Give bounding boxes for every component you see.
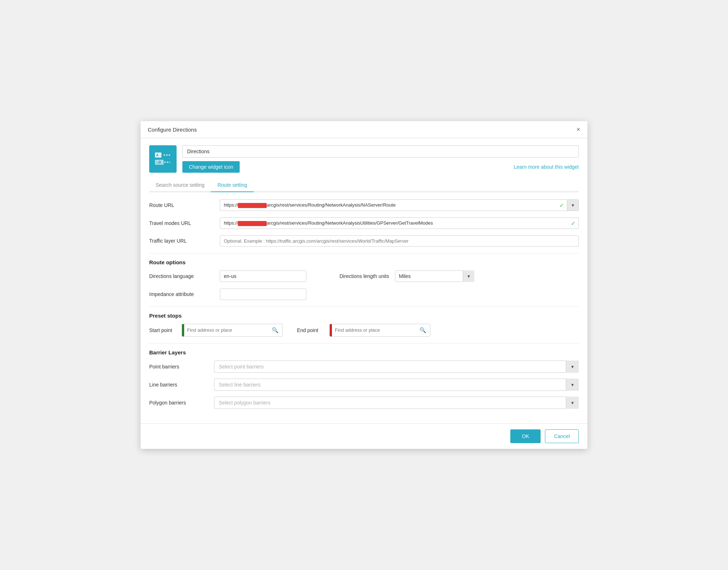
route-url-control: https://arcgis/rest/services/Routing/Net…	[220, 199, 579, 211]
end-point-item: End point 🔍	[297, 324, 430, 337]
impedance-attribute-control	[220, 288, 306, 300]
route-url-dropdown-button[interactable]: ▾	[567, 200, 578, 211]
tabs: Search source setting Route setting	[149, 178, 579, 192]
directions-icon: A→ --B	[154, 150, 172, 168]
line-barriers-label: Line barriers	[149, 382, 214, 388]
polygon-barriers-select[interactable]: Select polygon barriers	[214, 397, 579, 409]
directions-length-units-select[interactable]: Miles Kilometers	[395, 270, 474, 282]
directions-length-units-control: Miles Kilometers ▾	[395, 270, 474, 282]
end-point-label: End point	[297, 327, 326, 333]
preset-stops-title: Preset stops	[149, 313, 579, 319]
line-barriers-row: Line barriers Select line barriers ▾	[149, 379, 579, 391]
route-options-title: Route options	[149, 259, 579, 265]
widget-title-input[interactable]	[182, 145, 579, 158]
section-divider-3	[149, 343, 579, 344]
svg-text:A→: A→	[156, 153, 162, 157]
cancel-button[interactable]: Cancel	[545, 429, 579, 443]
travel-modes-url-control: https://arcgis/rest/services/Routing/Net…	[220, 217, 579, 229]
polygon-barriers-control: Select polygon barriers ▾	[214, 397, 579, 409]
travel-modes-url-row: Travel modes URL https://arcgis/rest/ser…	[149, 217, 579, 229]
language-and-units-row: Directions language Directions length un…	[149, 270, 579, 282]
end-point-search-box: 🔍	[329, 324, 430, 337]
polygon-barriers-row: Polygon barriers Select polygon barriers…	[149, 397, 579, 409]
traffic-layer-url-input[interactable]	[220, 235, 579, 247]
learn-more-link[interactable]: Learn more about this widget	[514, 164, 579, 170]
directions-language-control	[220, 270, 306, 282]
dialog-header: Configure Directions ×	[141, 121, 587, 138]
line-barriers-select[interactable]: Select line barriers	[214, 379, 579, 391]
directions-language-label: Directions language	[149, 273, 214, 279]
point-barriers-row: Point barriers Select point barriers ▾	[149, 361, 579, 373]
directions-length-units-label: Directions length units	[339, 273, 389, 279]
close-button[interactable]: ×	[576, 126, 580, 133]
top-right-section: Change widget icon Learn more about this…	[182, 145, 579, 173]
travel-modes-url-display: https://arcgis/rest/services/Routing/Net…	[220, 217, 579, 229]
section-divider	[149, 253, 579, 253]
route-url-check-icon: ✓	[556, 202, 567, 209]
travel-modes-url-text: https://arcgis/rest/services/Routing/Net…	[220, 218, 568, 229]
point-barriers-control: Select point barriers ▾	[214, 361, 579, 373]
configure-directions-dialog: Configure Directions × A→ --B Change wid…	[141, 121, 587, 449]
route-url-redacted	[238, 203, 267, 208]
travel-modes-url-label: Travel modes URL	[149, 220, 214, 226]
end-point-search-icon[interactable]: 🔍	[416, 324, 430, 336]
travel-modes-check-icon: ✓	[568, 220, 578, 227]
widget-icon: A→ --B	[149, 145, 177, 173]
dialog-footer: OK Cancel	[141, 423, 587, 449]
polygon-barriers-label: Polygon barriers	[149, 400, 214, 406]
preset-stops-row: Start point 🔍 End point 🔍	[149, 324, 579, 337]
start-point-input[interactable]	[184, 324, 268, 336]
travel-modes-url-redacted	[238, 221, 267, 226]
bottom-row: Change widget icon Learn more about this…	[182, 161, 579, 173]
dialog-body: A→ --B Change widget icon Learn more abo…	[141, 138, 587, 420]
tab-route-setting[interactable]: Route setting	[211, 178, 254, 192]
traffic-layer-url-label: Traffic layer URL	[149, 238, 214, 244]
end-point-input[interactable]	[332, 324, 416, 336]
route-url-row: Route URL https://arcgis/rest/services/R…	[149, 199, 579, 211]
traffic-layer-url-row: Traffic layer URL	[149, 235, 579, 247]
svg-text:--B: --B	[156, 160, 161, 164]
start-point-label: Start point	[149, 327, 178, 333]
ok-button[interactable]: OK	[510, 429, 541, 443]
line-barriers-control: Select line barriers ▾	[214, 379, 579, 391]
point-barriers-label: Point barriers	[149, 364, 214, 370]
route-url-text: https://arcgis/rest/services/Routing/Net…	[220, 200, 556, 211]
route-url-display: https://arcgis/rest/services/Routing/Net…	[220, 199, 579, 211]
traffic-layer-url-control	[220, 235, 579, 247]
impedance-row: Impedance attribute	[149, 288, 579, 300]
point-barriers-select[interactable]: Select point barriers	[214, 361, 579, 373]
route-url-label: Route URL	[149, 202, 214, 208]
impedance-attribute-label: Impedance attribute	[149, 291, 214, 297]
section-divider-2	[149, 306, 579, 307]
change-widget-icon-button[interactable]: Change widget icon	[182, 161, 240, 173]
dialog-title: Configure Directions	[148, 127, 197, 133]
top-section: A→ --B Change widget icon Learn more abo…	[149, 145, 579, 173]
route-url-chevron-icon: ▾	[572, 202, 574, 208]
barrier-layers-title: Barrier Layers	[149, 349, 579, 355]
start-point-item: Start point 🔍	[149, 324, 283, 337]
directions-language-input[interactable]	[220, 270, 306, 282]
start-point-search-icon[interactable]: 🔍	[268, 324, 282, 336]
start-point-search-box: 🔍	[182, 324, 283, 337]
impedance-attribute-input[interactable]	[220, 288, 306, 300]
tab-search-source[interactable]: Search source setting	[149, 178, 211, 192]
